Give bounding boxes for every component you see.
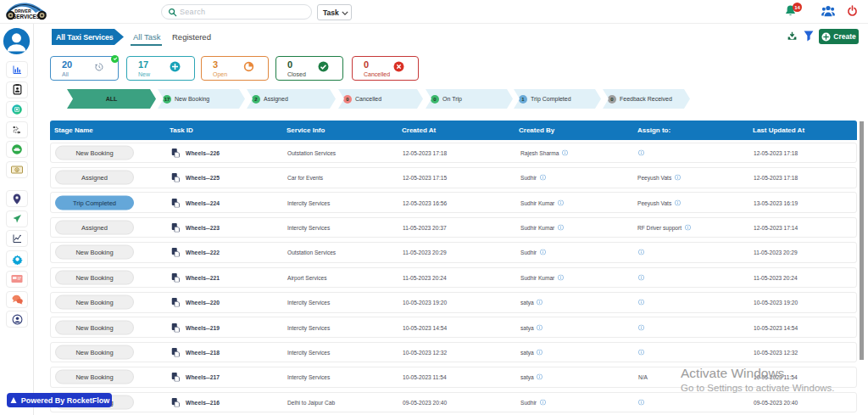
svg-text:SERVICES: SERVICES [13,14,41,20]
